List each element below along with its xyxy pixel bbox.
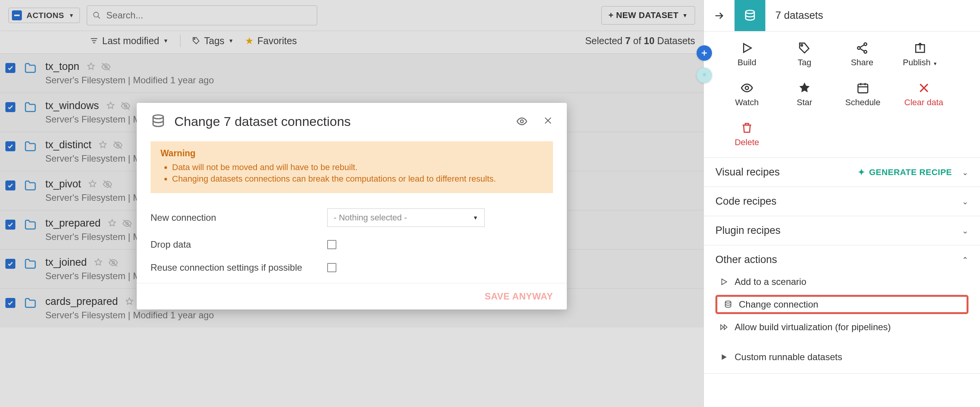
star-icon: ★	[245, 35, 253, 46]
star-action[interactable]: Star	[788, 81, 821, 108]
caret-down-icon: ▼	[163, 38, 169, 44]
new-connection-select[interactable]: - Nothing selected - ▼	[327, 208, 485, 227]
play-outline-icon	[718, 278, 729, 286]
search-input[interactable]	[106, 10, 311, 21]
drop-data-checkbox[interactable]	[327, 240, 336, 249]
tags-dropdown[interactable]: Tags ▼	[192, 35, 234, 46]
custom-runnable-datasets-item[interactable]: Custom runnable datasets	[715, 349, 968, 365]
chevron-down-icon: ⌄	[962, 168, 968, 177]
row-checkbox[interactable]	[5, 141, 15, 151]
collapse-panel-button[interactable]	[704, 0, 735, 31]
sort-icon	[90, 36, 98, 45]
clear-data-action[interactable]: Clear data	[904, 81, 944, 108]
folder-icon	[24, 179, 37, 192]
x-icon	[917, 81, 930, 94]
star-outline-icon[interactable]	[106, 101, 115, 111]
warning-title: Warning	[161, 148, 543, 159]
caret-down-icon: ▼	[69, 12, 74, 18]
row-checkbox[interactable]	[5, 102, 15, 112]
eye-icon[interactable]	[516, 116, 528, 127]
svg-marker-42	[721, 325, 723, 330]
eye-off-icon[interactable]	[101, 62, 111, 72]
chevron-down-icon: ⌄	[962, 226, 968, 235]
build-action[interactable]: Build	[730, 41, 764, 68]
calendar-icon	[856, 81, 869, 94]
sparkle-icon: ✦	[858, 167, 865, 177]
generate-recipe-button[interactable]: ✦ GENERATE RECIPE	[858, 167, 952, 177]
change-connection-item[interactable]: Change connection	[721, 298, 820, 311]
star-outline-icon[interactable]	[108, 218, 117, 228]
row-checkbox[interactable]	[5, 259, 15, 269]
svg-rect-34	[858, 84, 868, 93]
star-outline-icon[interactable]	[86, 62, 96, 72]
chevron-down-icon: ⌄	[962, 197, 968, 206]
tag-action[interactable]: Tag	[788, 41, 821, 68]
caret-down-icon: ▼	[682, 12, 688, 18]
svg-point-20	[153, 115, 164, 119]
folder-icon	[24, 257, 37, 270]
svg-point-33	[745, 86, 749, 90]
star-outline-icon[interactable]	[98, 140, 108, 150]
database-icon	[735, 0, 765, 31]
select-placeholder: - Nothing selected -	[334, 213, 407, 223]
star-outline-icon[interactable]	[94, 258, 103, 268]
database-icon	[723, 300, 733, 309]
save-anyway-button[interactable]: SAVE ANYWAY	[485, 291, 553, 302]
svg-line-30	[860, 45, 864, 48]
folder-icon	[24, 101, 37, 114]
warning-item: Data will not be moved and will have to …	[172, 162, 543, 172]
add-to-scenario-item[interactable]: Add to a scenario	[715, 274, 968, 290]
dataset-name: tx_distinct	[45, 139, 91, 151]
star-outline-icon[interactable]	[88, 179, 97, 189]
watch-action[interactable]: Watch	[730, 81, 764, 108]
row-checkbox[interactable]	[5, 180, 15, 190]
row-checkbox[interactable]	[5, 63, 15, 73]
dataset-name: tx_topn	[45, 61, 79, 73]
allow-build-virtualization-item[interactable]: Allow build virtualization (for pipeline…	[715, 319, 968, 335]
eye-off-icon[interactable]	[108, 258, 118, 268]
actions-label: ACTIONS	[26, 11, 64, 20]
actions-dropdown[interactable]: ACTIONS ▼	[8, 8, 80, 23]
new-dataset-button[interactable]: + NEW DATASET ▼	[601, 6, 695, 25]
visual-recipes-section[interactable]: Visual recipes ✦ GENERATE RECIPE ⌄	[704, 158, 980, 187]
close-icon[interactable]	[543, 116, 553, 127]
search-box[interactable]	[87, 5, 317, 25]
dataset-name: tx_prepared	[45, 217, 101, 229]
publish-action[interactable]: Publish▼	[903, 41, 937, 68]
add-circle-button[interactable]	[697, 45, 712, 61]
dataset-subtitle: Server's Filesystem | Modified 1 year ag…	[45, 310, 695, 321]
secondary-circle-button[interactable]	[697, 68, 712, 83]
dataset-row[interactable]: tx_topn Server's Filesystem | Modified 1…	[0, 53, 704, 93]
row-checkbox[interactable]	[5, 298, 15, 308]
svg-point-21	[520, 120, 523, 123]
change-connection-highlight: Change connection	[715, 295, 968, 314]
dataset-name: tx_windows	[45, 100, 99, 112]
sort-label: Last modified	[102, 35, 159, 46]
share-action[interactable]: Share	[845, 41, 879, 68]
eye-off-icon[interactable]	[103, 179, 113, 189]
right-panel: 7 datasets Build Tag Share Publish▼ Watc…	[704, 0, 980, 407]
delete-action[interactable]: Delete	[730, 121, 764, 147]
reuse-settings-checkbox[interactable]	[327, 263, 336, 272]
plugin-recipes-section[interactable]: Plugin recipes ⌄	[704, 216, 980, 245]
change-connection-modal: Change 7 dataset connections Warning	[137, 103, 567, 309]
other-actions-section[interactable]: Other actions ⌃	[704, 245, 980, 274]
caret-down-icon: ▼	[473, 215, 478, 221]
warning-item: Changing datasets connections can break …	[172, 174, 543, 184]
favorites-filter[interactable]: ★ Favorites	[245, 35, 297, 46]
code-recipes-section[interactable]: Code recipes ⌄	[704, 187, 980, 216]
schedule-action[interactable]: Schedule	[845, 81, 881, 108]
eye-off-icon[interactable]	[121, 101, 131, 111]
svg-marker-43	[724, 325, 727, 330]
row-checkbox[interactable]	[5, 220, 15, 230]
sort-dropdown[interactable]: Last modified ▼	[90, 35, 169, 46]
star-outline-icon[interactable]	[125, 297, 134, 307]
search-icon	[93, 11, 101, 20]
indeterminate-checkbox-icon	[12, 10, 22, 20]
eye-off-icon[interactable]	[113, 140, 123, 150]
play-icon	[740, 41, 753, 55]
dataset-name: cards_prepared	[45, 296, 118, 308]
tags-label: Tags	[204, 35, 225, 46]
publish-icon	[914, 41, 927, 55]
eye-off-icon[interactable]	[122, 218, 132, 228]
